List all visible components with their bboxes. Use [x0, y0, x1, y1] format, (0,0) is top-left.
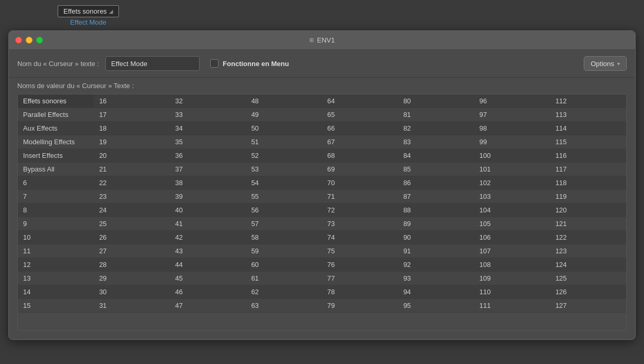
table-cell: 80: [398, 94, 474, 108]
table-row[interactable]: Parallel Effects173349658197113: [18, 108, 626, 122]
table-cell: 56: [246, 204, 322, 217]
table-cell: 104: [474, 204, 550, 217]
table-cell: 38: [170, 176, 246, 190]
table-cell: 6: [18, 176, 94, 190]
table-cell: 44: [170, 258, 246, 272]
table-row[interactable]: 112743597591107123: [18, 244, 626, 258]
table-row[interactable]: 122844607692108124: [18, 258, 626, 272]
table-cell: 115: [550, 135, 626, 149]
table-cell: 18: [94, 122, 170, 135]
table-cell: 117: [550, 163, 626, 176]
table-cell: 121: [550, 217, 626, 231]
table-cell: 82: [398, 122, 474, 135]
table-cell: Bypass All: [18, 163, 94, 176]
table-cell: 34: [170, 122, 246, 135]
table-row[interactable]: 132945617793109125: [18, 272, 626, 285]
table-cell: 20: [94, 149, 170, 163]
table-cell: 72: [322, 204, 398, 217]
table-cell: 40: [170, 204, 246, 217]
table-cell: 122: [550, 231, 626, 244]
table-cell: 61: [246, 272, 322, 285]
table-cell: 81: [398, 108, 474, 122]
table-cell: 75: [322, 244, 398, 258]
table-cell: 28: [94, 258, 170, 272]
options-button[interactable]: Options ▾: [584, 56, 627, 71]
table-cell: 46: [170, 285, 246, 299]
table-row[interactable]: Modelling Effects193551678399115: [18, 135, 626, 149]
table-cell: 73: [322, 217, 398, 231]
table-cell: 67: [322, 135, 398, 149]
table-cell: 76: [322, 258, 398, 272]
table-cell: 14: [18, 285, 94, 299]
table-cell: 36: [170, 149, 246, 163]
table-cell: 101: [474, 163, 550, 176]
minimize-button[interactable]: [26, 37, 32, 44]
table-row[interactable]: 82440567288104120: [18, 204, 626, 217]
table-cell: 22: [94, 176, 170, 190]
checkbox-container: Fonctionne en Menu: [210, 59, 289, 68]
table-cell: 17: [94, 108, 170, 122]
table-cell: 37: [170, 163, 246, 176]
table-cell: 79: [322, 299, 398, 313]
table-cell: 71: [322, 190, 398, 204]
table-cell: 9: [18, 217, 94, 231]
resize-handle-icon: ◢: [109, 8, 113, 14]
maximize-button[interactable]: [36, 37, 43, 44]
table-cell: 123: [550, 244, 626, 258]
table-cell: 118: [550, 176, 626, 190]
table-cell: 112: [550, 94, 626, 108]
table-row[interactable]: Bypass All2137536985101117: [18, 163, 626, 176]
table-row[interactable]: 72339557187103119: [18, 190, 626, 204]
table-cell: 11: [18, 244, 94, 258]
table-cell: Insert Effects: [18, 149, 94, 163]
table-cell: 12: [18, 258, 94, 272]
table-cell: 93: [398, 272, 474, 285]
table-row[interactable]: 143046627894110126: [18, 285, 626, 299]
cursor-text-input[interactable]: [105, 56, 200, 71]
table-cell: 31: [94, 299, 170, 313]
table-cell: 108: [474, 258, 550, 272]
close-button[interactable]: [15, 37, 22, 44]
table-cell: 97: [474, 108, 550, 122]
table-row[interactable]: Aux Effects183450668298114: [18, 122, 626, 135]
table-cell: Aux Effects: [18, 122, 94, 135]
values-table: Effets sonores163248648096112Parallel Ef…: [18, 94, 626, 313]
effect-mode-link[interactable]: Effect Mode: [70, 18, 106, 26]
table-cell: 69: [322, 163, 398, 176]
table-cell: 13: [18, 272, 94, 285]
table-cell: 74: [322, 231, 398, 244]
value-names-header: Noms de valeur du « Curseur » Texte :: [9, 78, 635, 94]
table-container[interactable]: Effets sonores163248648096112Parallel Ef…: [17, 94, 627, 331]
table-cell: 26: [94, 231, 170, 244]
table-cell: 109: [474, 272, 550, 285]
table-row[interactable]: 102642587490106122: [18, 231, 626, 244]
menu-checkbox[interactable]: [210, 59, 219, 68]
table-row[interactable]: 92541577389105121: [18, 217, 626, 231]
table-cell: 78: [322, 285, 398, 299]
table-cell: 59: [246, 244, 322, 258]
table-cell: 100: [474, 149, 550, 163]
table-cell: 110: [474, 285, 550, 299]
table-cell: 47: [170, 299, 246, 313]
table-cell: 64: [322, 94, 398, 108]
table-cell: 8: [18, 204, 94, 217]
table-cell: 89: [398, 217, 474, 231]
window-title-text: ENV1: [317, 36, 335, 44]
tooltip-area: Effets sonores ◢ Effect Mode: [58, 5, 119, 26]
table-cell: 24: [94, 204, 170, 217]
table-row[interactable]: 62238547086102118: [18, 176, 626, 190]
chevron-down-icon: ▾: [617, 61, 620, 67]
table-cell: 62: [246, 285, 322, 299]
table-cell: 58: [246, 231, 322, 244]
table-cell: 96: [474, 94, 550, 108]
table-row[interactable]: Effets sonores163248648096112: [18, 94, 626, 108]
table-cell: 10: [18, 231, 94, 244]
table-cell: 86: [398, 176, 474, 190]
table-cell: 114: [550, 122, 626, 135]
table-cell: 42: [170, 231, 246, 244]
table-cell: 119: [550, 190, 626, 204]
table-row[interactable]: 153147637995111127: [18, 299, 626, 313]
table-cell: 45: [170, 272, 246, 285]
table-cell: 83: [398, 135, 474, 149]
table-row[interactable]: Insert Effects2036526884100116: [18, 149, 626, 163]
